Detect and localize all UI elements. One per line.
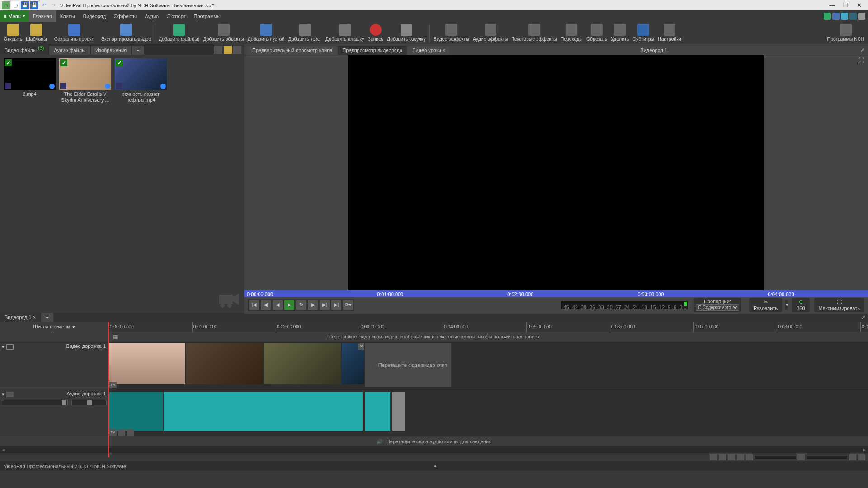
menu-tab-audio[interactable]: Аудио (141, 10, 163, 22)
preview-tab-lessons[interactable]: Видео уроки × (408, 46, 450, 55)
360-button[interactable]: ⊙360 (792, 298, 809, 312)
add-overlay-button[interactable]: Добавить плашку (324, 23, 366, 42)
bin-tab-add[interactable]: + (132, 46, 144, 55)
add-objects-button[interactable]: Добавить объекты (201, 23, 245, 42)
maximize-preview-button[interactable]: ⛶Максимизировать (814, 298, 864, 312)
save-project-button[interactable]: Сохранить проект (52, 23, 96, 42)
zoom-in-icon[interactable] (746, 454, 753, 460)
close-button[interactable]: ✕ (857, 2, 862, 9)
split-button[interactable]: ✂Разделить (749, 298, 782, 312)
media-clip[interactable]: ✓ вечность пахнет нефтью.mp4 (115, 58, 167, 103)
timeline-clip[interactable]: ✕ (342, 343, 364, 384)
minimize-button[interactable]: — (829, 2, 835, 9)
clip-fx-icon[interactable]: FX (109, 429, 117, 436)
bin-tab-audio[interactable]: Аудио файлы (49, 46, 90, 55)
track-volume-slider[interactable] (2, 400, 68, 405)
timeline-ruler[interactable]: 0:00:00.000 0:01:00.000 0:02:00.000 0:03… (108, 322, 868, 332)
media-clip[interactable]: ✓ 2.mp4 (4, 58, 56, 103)
aspect-ratio-selector[interactable]: Пропорции: С Содержимого (694, 298, 741, 312)
timeline-h-scrollbar[interactable]: ◂ ▸ (0, 446, 868, 453)
add-text-button[interactable]: Добавить текст (286, 23, 324, 42)
timeline-clip[interactable] (186, 343, 263, 384)
timeline-tab-add[interactable]: + (41, 313, 53, 322)
preview-tab-clip[interactable]: Предварительный просмотр клипа (248, 46, 337, 55)
timeline-scale-selector[interactable]: Шкала времени▾ (0, 324, 108, 330)
add-voiceover-button[interactable]: Добавить озвучку (385, 23, 428, 42)
aspect-dropdown[interactable]: С Содержимого (696, 304, 739, 311)
timeline-detach-icon[interactable]: ⤢ (859, 313, 868, 322)
track-pan-slider[interactable] (71, 400, 107, 405)
menu-tab-export[interactable]: Экспорт (163, 10, 189, 22)
open-button[interactable]: Открыть (2, 23, 24, 42)
track-preview-icon[interactable] (6, 344, 14, 350)
qat-saveas-icon[interactable]: 💾 (30, 1, 38, 9)
menu-button[interactable]: ≡ Menu ▾ (0, 10, 29, 22)
goto-start-button[interactable]: |◀ (249, 300, 259, 310)
playhead[interactable] (108, 322, 109, 457)
audio-clip[interactable] (365, 392, 390, 431)
play-button[interactable]: ▶ (284, 300, 294, 310)
snap-icon[interactable] (710, 454, 717, 460)
linkedin-icon[interactable] (849, 13, 857, 20)
detach-icon[interactable]: ⤢ (857, 45, 868, 55)
menu-tab-effects[interactable]: Эффекты (110, 10, 141, 22)
audio-mix-drop-hint[interactable]: 🔊 Перетащите сюда аудио клипы для сведен… (0, 436, 868, 446)
add-blank-button[interactable]: Добавить пустой (246, 23, 287, 42)
zoom-out-icon[interactable] (728, 454, 735, 460)
menu-tab-home[interactable]: Главная (29, 10, 56, 22)
video-drop-zone[interactable]: 🎥 Перетащите сюда видео клип (365, 343, 451, 387)
next-frame-button[interactable]: |▶ (308, 300, 318, 310)
zoom-fit-icon[interactable] (737, 454, 744, 460)
status-expand-icon[interactable]: ▴ (434, 463, 437, 469)
maximize-button[interactable]: ❐ (843, 2, 849, 9)
record-button[interactable]: Запись (366, 23, 385, 42)
track-collapse-icon[interactable]: ▾ (2, 391, 5, 397)
split-dropdown[interactable]: ▾ (785, 300, 788, 310)
twitter-icon[interactable] (841, 13, 848, 20)
loop-button[interactable]: ↻ (296, 300, 306, 310)
bin-delete-icon[interactable] (214, 46, 222, 54)
menu-tab-sequence[interactable]: Видеоряд (79, 10, 110, 22)
preview-time-ruler[interactable]: 0:00:00.000 0:01:00.000 0:02:00.000 0:03… (244, 290, 868, 298)
timeline-clip[interactable] (108, 343, 185, 384)
subtitles-button[interactable]: Субтитры (631, 23, 656, 42)
prev-frame-button[interactable]: ◀| (261, 300, 271, 310)
bin-tab-images[interactable]: Изображения (91, 46, 131, 55)
qat-new-icon[interactable]: □ (2, 1, 10, 9)
transitions-button[interactable]: Переходы (559, 23, 585, 42)
clip-fx-icon[interactable]: FX (109, 382, 117, 388)
text-effects-button[interactable]: Текстовые эффекты (510, 23, 559, 42)
delete-button[interactable]: Удалить (609, 23, 631, 42)
mute-icon[interactable] (849, 454, 856, 460)
volume-icon[interactable] (797, 454, 805, 460)
share-icon[interactable] (858, 13, 865, 20)
audio-clip[interactable] (164, 392, 363, 431)
track-collapse-icon[interactable]: ▾ (2, 344, 5, 350)
timeline-tab-sequence[interactable]: Видеоряд 1 × (0, 313, 40, 322)
video-effects-button[interactable]: Видео эффекты (432, 23, 471, 42)
clip-effect-badge-icon[interactable]: ✕ (358, 343, 364, 350)
audio-effects-button[interactable]: Аудио эффекты (471, 23, 510, 42)
track-mute-icon[interactable] (6, 392, 14, 397)
qat-save-icon[interactable]: 💾 (21, 1, 29, 9)
export-video-button[interactable]: Экспортировать видео (99, 23, 153, 42)
scroll-left-icon[interactable]: ◂ (0, 447, 6, 453)
add-files-button[interactable]: Добавить файл(ы) (157, 23, 201, 42)
qat-open-icon[interactable]: ▢ (11, 1, 19, 9)
video-preview[interactable] (348, 55, 764, 290)
audio-track-body[interactable]: FX (108, 389, 868, 436)
fullscreen-icon[interactable]: ⛶ (858, 57, 864, 64)
close-tab-icon[interactable]: × (443, 47, 445, 53)
rewind-button[interactable]: ◀ (273, 300, 283, 310)
volume-slider[interactable] (807, 456, 847, 459)
scroll-right-icon[interactable]: ▸ (862, 447, 868, 453)
menu-tab-clips[interactable]: Клипы (56, 10, 79, 22)
audio-clip[interactable] (108, 392, 163, 431)
timeline-clip[interactable] (264, 343, 341, 384)
bin-grid-icon[interactable] (224, 46, 232, 54)
next-clip-button[interactable]: ▶| (320, 300, 330, 310)
playback-speed-button[interactable]: ⟳▾ (343, 300, 353, 310)
clip-loop-icon[interactable] (127, 429, 134, 436)
video-track-body[interactable]: ✕ 🎥 Перетащите сюда видео клип FX (108, 342, 868, 389)
templates-button[interactable]: Шаблоны (24, 23, 48, 42)
